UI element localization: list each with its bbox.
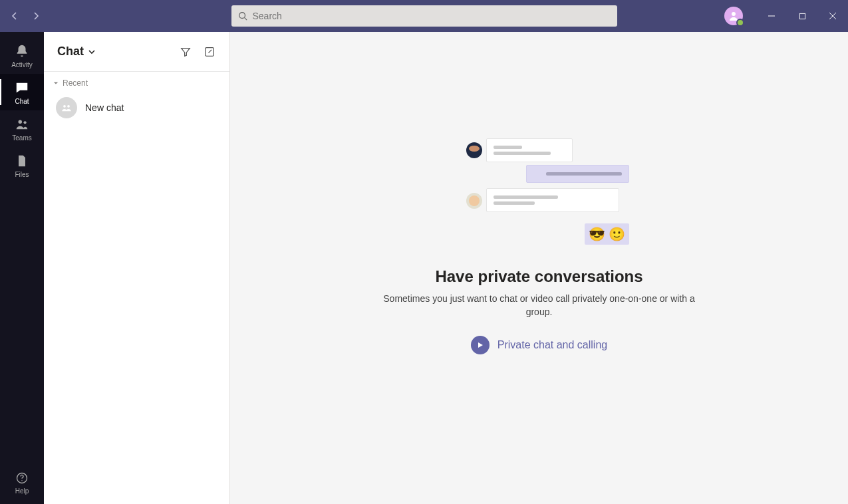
forward-button[interactable] [28, 8, 44, 24]
chevron-right-icon [32, 12, 40, 20]
chat-icon [15, 80, 29, 95]
play-icon [471, 336, 490, 354]
svg-rect-2 [799, 13, 805, 19]
chat-list-title-dropdown[interactable]: Chat [57, 45, 96, 59]
minimize-button[interactable] [756, 0, 787, 32]
rail-item-chat[interactable]: Chat [0, 74, 44, 110]
rail-item-files[interactable]: Files [0, 147, 44, 184]
cta-label: Private chat and calling [497, 339, 607, 351]
search-input[interactable] [253, 11, 611, 21]
rail-label: Help [15, 487, 29, 495]
filter-button[interactable] [179, 45, 192, 59]
chat-main-pane: 😎 🙂 Have private conversations Sometimes… [230, 32, 848, 504]
emoji-icon: 😎 🙂 [585, 223, 630, 245]
search-box[interactable] [231, 5, 617, 27]
svg-point-3 [19, 120, 23, 124]
profile-avatar[interactable] [724, 7, 743, 25]
files-icon [15, 154, 29, 168]
chat-item-label: New chat [85, 102, 124, 113]
empty-state-subtitle: Sometimes you just want to chat or video… [380, 293, 699, 318]
rail-item-help[interactable]: Help [0, 462, 44, 504]
caret-down-icon [53, 80, 59, 86]
section-label-text: Recent [63, 78, 88, 88]
maximize-icon [799, 13, 806, 20]
empty-state-illustration: 😎 🙂 [466, 138, 639, 251]
svg-point-1 [732, 12, 736, 16]
bell-icon [15, 44, 29, 59]
close-button[interactable] [817, 0, 848, 32]
help-icon [15, 471, 29, 485]
search-icon [238, 11, 247, 21]
chat-list-header: Chat [44, 32, 229, 72]
title-bar [0, 0, 848, 32]
chat-list-panel: Chat Recent New chat [44, 32, 230, 504]
rail-item-activity[interactable]: Activity [0, 37, 44, 74]
compose-icon [204, 46, 215, 58]
rail-label: Teams [12, 134, 31, 142]
group-icon [61, 102, 72, 114]
back-button[interactable] [7, 8, 23, 24]
rail-label: Activity [11, 61, 33, 68]
chat-list-item[interactable]: New chat [44, 92, 229, 124]
recent-section-toggle[interactable]: Recent [44, 72, 229, 92]
svg-point-8 [63, 105, 66, 108]
empty-state-title: Have private conversations [435, 267, 642, 286]
app-rail: Activity Chat Teams Files Help [0, 32, 44, 504]
chevron-down-icon [88, 48, 96, 56]
chat-item-avatar [56, 97, 77, 118]
minimize-icon [768, 12, 776, 20]
svg-point-4 [23, 121, 26, 124]
new-chat-button[interactable] [203, 45, 216, 59]
filter-icon [180, 46, 192, 58]
rail-label: Chat [15, 98, 29, 105]
svg-point-6 [21, 480, 22, 481]
app-body: Activity Chat Teams Files Help Chat [0, 32, 848, 504]
svg-point-9 [67, 105, 70, 108]
window-controls [724, 0, 848, 32]
chat-list-title: Chat [57, 45, 84, 59]
rail-label: Files [15, 171, 29, 178]
maximize-button[interactable] [787, 0, 817, 32]
chat-list-actions [179, 45, 216, 59]
private-chat-cta[interactable]: Private chat and calling [471, 336, 607, 354]
teams-icon [15, 117, 29, 132]
rail-item-teams[interactable]: Teams [0, 110, 44, 147]
presence-available-icon [736, 19, 744, 27]
chevron-left-icon [11, 12, 19, 20]
nav-arrows [0, 8, 44, 24]
svg-point-0 [239, 13, 245, 19]
close-icon [829, 12, 837, 20]
empty-state: 😎 🙂 Have private conversations Sometimes… [366, 138, 712, 354]
